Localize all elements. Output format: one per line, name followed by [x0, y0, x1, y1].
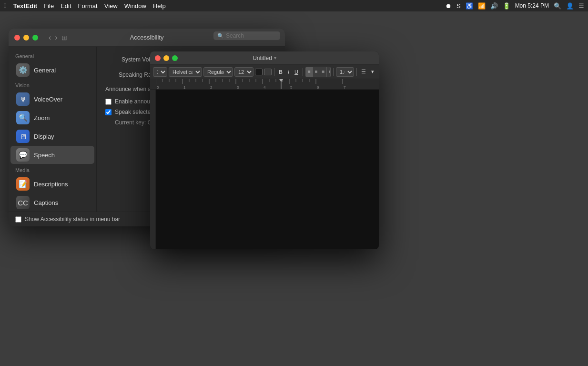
- sidebar: General ⚙️ General Vision 🎙 VoiceOver 🔍 …: [9, 47, 97, 226]
- svg-text:4: 4: [264, 85, 266, 90]
- te-maximize-button[interactable]: [172, 55, 178, 61]
- general-icon: ⚙️: [16, 63, 30, 77]
- te-close-button[interactable]: [155, 55, 161, 61]
- textedit-window: Untitled ▾ 1 Helvetica Regular 12 B I U …: [150, 51, 379, 249]
- media-section-label: Media: [9, 164, 96, 174]
- sidebar-item-captions[interactable]: CC Captions: [10, 193, 94, 212]
- menu-format[interactable]: Format: [78, 2, 98, 10]
- size-select[interactable]: 12: [234, 67, 253, 77]
- svg-text:1: 1: [183, 85, 186, 90]
- sidebar-item-zoom[interactable]: 🔍 Zoom: [10, 109, 94, 127]
- text-color-box[interactable]: [255, 69, 263, 75]
- captions-icon: CC: [16, 196, 30, 209]
- chevron-down-icon: ▾: [274, 55, 276, 61]
- sidebar-item-general[interactable]: ⚙️ General: [10, 61, 94, 79]
- menu-view[interactable]: View: [104, 2, 118, 10]
- close-button[interactable]: [14, 35, 20, 41]
- align-justify-button[interactable]: ≡: [327, 67, 331, 77]
- line-spacing-select[interactable]: 1.0: [336, 67, 354, 77]
- te-line-numbers: [150, 90, 156, 249]
- descriptions-label: Descriptions: [34, 181, 68, 188]
- general-label: General: [34, 67, 56, 74]
- skype-icon: S: [456, 2, 461, 10]
- enable-announce-checkbox[interactable]: [105, 99, 112, 105]
- svg-text:7: 7: [344, 85, 346, 90]
- search-input[interactable]: [226, 32, 276, 39]
- align-left-button[interactable]: ≡: [306, 67, 313, 77]
- window-search[interactable]: 🔍: [213, 31, 280, 40]
- list-style-select[interactable]: 1: [153, 67, 167, 77]
- te-toolbar: 1 Helvetica Regular 12 B I U ≡ ≡ ≡ ≡ 1.0…: [150, 65, 379, 79]
- app-name[interactable]: TextEdit: [13, 2, 37, 10]
- record-icon: ⏺: [446, 2, 452, 10]
- window-nav: ‹ ›: [48, 34, 59, 41]
- zoom-icon: 🔍: [16, 111, 30, 124]
- back-button[interactable]: ‹: [48, 34, 52, 41]
- window-titlebar: ‹ › ⊞ Accessibility 🔍: [9, 29, 285, 47]
- align-center-button[interactable]: ≡: [313, 67, 320, 77]
- search-icon[interactable]: 🔍: [554, 2, 561, 10]
- apple-menu[interactable]: : [4, 1, 7, 10]
- menubar-left:  TextEdit File Edit Format View Window …: [4, 1, 166, 10]
- forward-button[interactable]: ›: [54, 34, 58, 41]
- minimize-button[interactable]: [23, 35, 29, 41]
- te-ruler: 0 1 2 3 4 5 6 7: [150, 79, 379, 90]
- search-icon: 🔍: [217, 33, 224, 39]
- toolbar-divider-1: [274, 68, 274, 76]
- te-editor[interactable]: [150, 90, 379, 249]
- menu-file[interactable]: File: [44, 2, 54, 10]
- menu-edit[interactable]: Edit: [61, 2, 71, 10]
- svg-text:0: 0: [157, 85, 159, 90]
- font-select[interactable]: Helvetica: [169, 67, 202, 77]
- sidebar-item-speech[interactable]: 💬 Speech: [10, 146, 94, 164]
- window-controls: [14, 35, 38, 41]
- vision-section-label: Vision: [9, 80, 96, 90]
- speech-label: Speech: [34, 152, 55, 159]
- align-right-button[interactable]: ≡: [320, 67, 327, 77]
- svg-text:3: 3: [237, 85, 239, 90]
- grid-view-button[interactable]: ⊞: [61, 34, 67, 41]
- italic-button[interactable]: I: [286, 67, 291, 77]
- display-icon: 🖥: [16, 130, 30, 143]
- show-accessibility-checkbox[interactable]: [15, 216, 21, 223]
- highlight-color-box[interactable]: [264, 69, 272, 75]
- sidebar-item-display[interactable]: 🖥 Display: [10, 127, 94, 145]
- list-button[interactable]: ☰: [359, 67, 368, 77]
- bold-button[interactable]: B: [277, 67, 284, 77]
- te-title-text: Untitled: [253, 55, 272, 61]
- more-button[interactable]: ▾: [369, 67, 376, 77]
- window-title: Accessibility: [130, 34, 164, 41]
- wifi-icon: 📶: [478, 2, 486, 10]
- menubar-time: Mon 5:24 PM: [515, 2, 549, 9]
- descriptions-icon: 📝: [16, 177, 30, 191]
- te-titlebar: Untitled ▾: [150, 51, 379, 65]
- te-title: Untitled ▾: [253, 55, 276, 61]
- control-center-icon[interactable]: ☰: [578, 2, 584, 10]
- sidebar-item-descriptions[interactable]: 📝 Descriptions: [10, 175, 94, 193]
- underline-button[interactable]: U: [293, 67, 300, 77]
- toolbar-divider-4: [356, 68, 357, 76]
- sidebar-item-voiceover[interactable]: 🎙 VoiceOver: [10, 90, 94, 108]
- captions-label: Captions: [34, 199, 58, 206]
- ruler-ticks: 0 1 2 3 4 5 6 7: [152, 79, 377, 89]
- display-label: Display: [34, 133, 54, 140]
- current-key-label: Current key:: [115, 119, 146, 126]
- volume-icon: 🔊: [490, 2, 498, 10]
- style-select[interactable]: Regular: [203, 67, 233, 77]
- ruler-track: 0 1 2 3 4 5 6 7: [152, 79, 377, 89]
- toolbar-divider-2: [303, 68, 303, 76]
- zoom-label: Zoom: [34, 114, 50, 122]
- accessibility-icon: ♿: [466, 2, 473, 10]
- te-minimize-button[interactable]: [163, 55, 169, 61]
- maximize-button[interactable]: [32, 35, 38, 41]
- menubar:  TextEdit File Edit Format View Window …: [0, 0, 588, 11]
- menubar-right: ⏺ S ♿ 📶 🔊 🔋 Mon 5:24 PM 🔍 👤 ☰: [446, 2, 584, 10]
- menu-help[interactable]: Help: [153, 2, 166, 10]
- general-section-label: General: [9, 51, 96, 61]
- speech-icon: 💬: [16, 148, 30, 162]
- menu-window[interactable]: Window: [124, 2, 146, 10]
- svg-text:2: 2: [210, 85, 213, 90]
- user-icon: 👤: [566, 2, 574, 10]
- speak-selected-checkbox[interactable]: [105, 109, 112, 115]
- battery-icon: 🔋: [503, 2, 510, 10]
